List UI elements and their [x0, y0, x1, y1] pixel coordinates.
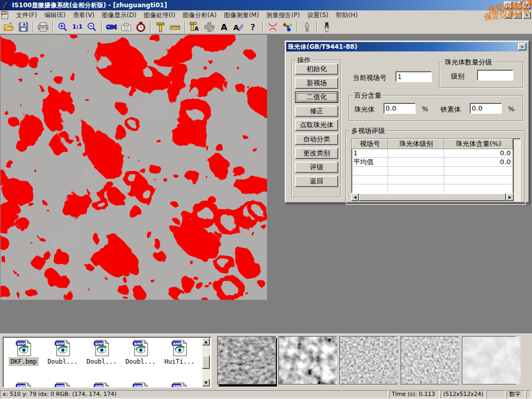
level-input[interactable] — [477, 70, 513, 81]
bmp-file-icon[interactable]: BMP — [54, 382, 72, 388]
move-cross-icon[interactable] — [203, 21, 216, 33]
bmp-file-icon[interactable]: BMP — [93, 382, 111, 388]
menu-image-measure[interactable]: 图像测量(M) — [220, 11, 263, 19]
open-icon[interactable] — [2, 21, 16, 33]
initialize-button[interactable]: 初始化 — [295, 63, 338, 75]
edit-text-icon[interactable]: A — [232, 21, 245, 33]
grading-group-label: 珠光体数量分级 — [443, 58, 494, 67]
file-item[interactable]: BMP DKF.bmp — [4, 339, 43, 365]
file-item[interactable]: BMP Doubl... — [121, 339, 160, 365]
scroll-down-icon[interactable]: ▼ — [202, 379, 210, 387]
table-row[interactable] — [352, 184, 513, 193]
text-annotate-icon[interactable]: A — [217, 21, 231, 33]
mdi-restore-button[interactable]: □ — [513, 11, 522, 19]
pen-tool-icon[interactable] — [300, 21, 314, 33]
change-category-button[interactable]: 更改类别 — [295, 148, 338, 159]
level-input-wrap — [477, 70, 513, 81]
mark-points-icon[interactable]: 13 — [281, 21, 294, 33]
table-row[interactable]: 10.0 — [352, 149, 513, 158]
scroll-thumb[interactable] — [202, 355, 210, 369]
new-field-button[interactable]: 新视场 — [295, 77, 338, 89]
scroll-left-icon[interactable]: ◀ — [351, 193, 359, 201]
file-name: DKF.bmp — [9, 358, 38, 365]
file-item[interactable]: BMP HuiTi... — [160, 339, 199, 365]
ferrite-percent-input[interactable] — [470, 103, 502, 114]
bmp-file-icon[interactable]: BMP — [15, 339, 33, 357]
menu-image-analysis[interactable]: 图像分析(A) — [179, 11, 220, 19]
actual-size-icon[interactable]: 1:1 — [71, 21, 84, 33]
rating-table[interactable]: 视场号珠光体级别珠光体含量(%)铁素体 10.0平均值0.0 — [351, 138, 514, 193]
metallograph-image[interactable] — [1, 35, 267, 300]
close-button[interactable]: × — [523, 2, 531, 9]
file-item[interactable]: BMP — [82, 382, 121, 388]
timer-icon[interactable] — [134, 21, 148, 33]
workspace: 珠光体(GB/T9441-88) × 操作 初始化新视场二值化修正点取珠光体自动… — [0, 34, 532, 334]
bmp-file-icon[interactable]: BMP — [132, 339, 150, 357]
file-item[interactable]: BMP — [4, 382, 43, 388]
dialog-close-icon[interactable]: × — [518, 43, 526, 50]
caliper-vertical-icon[interactable] — [154, 21, 167, 33]
return-button[interactable]: 返回 — [295, 176, 338, 187]
measure-label-icon[interactable]: A — [188, 21, 202, 33]
rate-button[interactable]: 评级 — [295, 162, 338, 173]
toolbar-separator — [150, 21, 151, 33]
file-item[interactable]: BMP — [160, 382, 199, 388]
pick-pearlite-button[interactable]: 点取珠光体 — [295, 119, 338, 131]
zoom-in-icon[interactable] — [56, 21, 70, 33]
bmp-file-icon[interactable]: BMP — [93, 339, 111, 357]
mdi-close-button[interactable]: × — [523, 11, 531, 19]
brush-tool-icon[interactable] — [320, 21, 334, 33]
table-horizontal-scrollbar[interactable]: ◀ ▶ — [351, 193, 514, 201]
specimen-thumbnail-dark-banded-specimen[interactable] — [217, 336, 275, 384]
bmp-file-icon[interactable]: BMP — [171, 382, 189, 388]
bmp-file-icon[interactable]: BMP — [171, 339, 189, 357]
scroll-thumb[interactable] — [359, 193, 506, 201]
menu-edit[interactable]: 编辑(E) — [41, 11, 69, 19]
menu-image-processing[interactable]: 图像处理(I) — [140, 11, 179, 19]
menu-file[interactable]: 文件(F) — [12, 11, 41, 19]
curve-tool-icon[interactable] — [266, 21, 280, 33]
menu-view[interactable]: 查看(V) — [69, 11, 98, 19]
specimen-thumbnail-fine-specimen-2[interactable] — [401, 336, 459, 384]
file-item[interactable]: BMP Doubl... — [43, 339, 82, 365]
toolbar-separator — [33, 21, 34, 33]
scroll-up-icon[interactable]: ▲ — [202, 338, 210, 345]
mdi-minimize-button[interactable]: _ — [504, 11, 512, 19]
video-camera-icon[interactable] — [105, 21, 118, 33]
table-row[interactable] — [352, 167, 513, 176]
pearlite-percent-input[interactable] — [383, 103, 416, 114]
dialog-title-bar[interactable]: 珠光体(GB/T9441-88) × — [286, 42, 528, 51]
bmp-file-icon[interactable]: BMP — [54, 339, 72, 357]
specimen-thumbnail-fine-specimen[interactable] — [339, 336, 397, 384]
file-scrollbar[interactable]: ▲ ▼ — [202, 338, 210, 387]
menu-help[interactable]: 帮助(H) — [332, 11, 361, 19]
auto-classify-button[interactable]: 自动分类 — [295, 134, 338, 145]
ruler-horizontal-icon[interactable] — [168, 21, 182, 33]
file-item[interactable]: BMP Doubl... — [82, 339, 121, 365]
menu-settings[interactable]: 设置(S) — [303, 11, 332, 19]
scroll-right-icon[interactable]: ▶ — [506, 193, 514, 201]
print-icon[interactable] — [36, 21, 50, 33]
specimen-thumbnail-coarse-specimen[interactable] — [278, 336, 337, 384]
bmp-file-icon[interactable]: BMP — [132, 382, 150, 388]
binarize-button[interactable]: 二值化 — [295, 91, 338, 103]
correct-button[interactable]: 修正 — [295, 105, 338, 117]
bmp-file-icon[interactable]: BMP — [15, 382, 33, 388]
file-item[interactable]: BMP — [43, 382, 82, 388]
zoom-out-icon[interactable] — [85, 21, 99, 33]
current-field-input[interactable] — [395, 71, 432, 82]
table-vertical-scrollbar[interactable] — [513, 138, 521, 201]
snapshot-camera-icon[interactable] — [119, 21, 133, 33]
help-icon[interactable]: ? — [246, 21, 260, 33]
table-row[interactable]: 平均值0.0 — [352, 158, 513, 167]
menu-image-display[interactable]: 图像显示(D) — [98, 11, 140, 19]
table-row[interactable] — [352, 176, 513, 184]
minimize-button[interactable]: _ — [504, 2, 512, 9]
document-system-icon[interactable]: DOC — [1, 11, 10, 19]
restore-button[interactable]: □ — [513, 2, 522, 9]
file-item[interactable]: BMP — [121, 382, 160, 388]
menu-measure-report[interactable]: 测量报告(P) — [263, 11, 304, 19]
save-icon[interactable] — [17, 21, 30, 33]
specimen-thumbnail-light-lines-specimen[interactable] — [462, 336, 516, 384]
application-window: { "window": { "title": "IS100显微摄像系统(金相分析… — [0, 0, 532, 399]
